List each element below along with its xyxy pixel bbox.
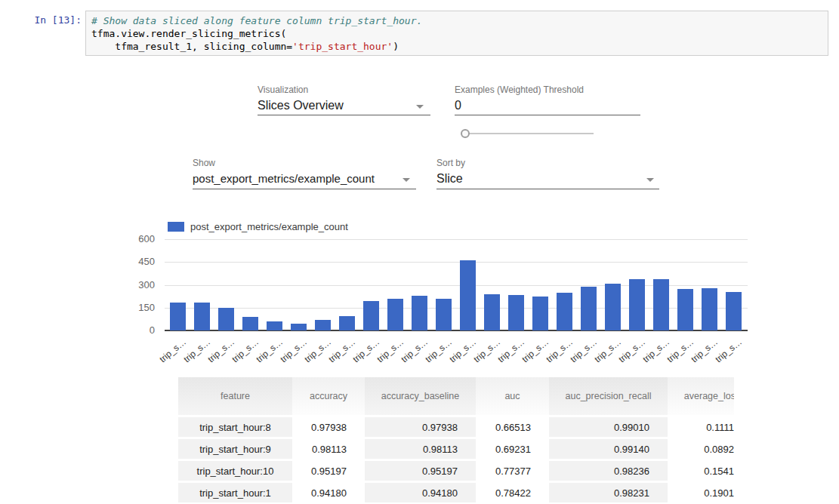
bar-14[interactable] <box>508 295 524 330</box>
bar-12[interactable] <box>460 260 476 330</box>
threshold-label: Examples (Weighted) Threshold <box>455 85 584 95</box>
code-string-literal: 'trip_start_hour' <box>292 41 393 52</box>
column-header-feature[interactable]: feature <box>178 377 292 415</box>
threshold-slider-track[interactable] <box>464 133 594 134</box>
chart-plot-area: trip_s…trip_s…trip_s…trip_s…trip_s…trip_… <box>165 239 748 330</box>
bar-7[interactable] <box>339 316 355 330</box>
threshold-slider-handle[interactable] <box>461 129 470 138</box>
bar-6[interactable] <box>315 320 331 330</box>
chevron-down-icon[interactable] <box>646 178 654 182</box>
table-header-row: featureaccuracyaccuracy_baselineaucauc_p… <box>178 377 734 415</box>
y-tick-label: 300 <box>125 279 155 290</box>
bar-18[interactable] <box>605 284 621 330</box>
metric-cell: 0.1541 <box>668 461 734 481</box>
sort-underline <box>436 189 659 189</box>
y-tick-label: 600 <box>125 233 155 244</box>
bar-19[interactable] <box>629 279 645 330</box>
legend-label: post_export_metrics/example_count <box>190 221 348 232</box>
metric-cell: 0.77377 <box>476 461 549 481</box>
table-row: trip_start_hour:80.979380.979380.665130.… <box>178 417 734 437</box>
metric-cell: 0.1901 <box>668 483 734 502</box>
visualization-value[interactable]: Slices Overview <box>258 99 344 112</box>
feature-cell: trip_start_hour:8 <box>178 417 292 437</box>
metric-cell: 0.95197 <box>292 461 365 481</box>
notebook-output-screen: In [13]: # Show data sliced along featur… <box>0 0 839 504</box>
sort-by-value[interactable]: Slice <box>436 172 463 186</box>
chevron-down-icon[interactable] <box>416 105 424 109</box>
metric-cell: 0.97938 <box>292 417 365 437</box>
column-header-auc[interactable]: auc <box>476 377 549 415</box>
metric-cell: 0.98231 <box>549 483 668 502</box>
sort-by-label: Sort by <box>436 158 465 168</box>
bar-11[interactable] <box>436 299 452 330</box>
visualization-underline <box>258 115 430 115</box>
gridline <box>165 239 748 240</box>
feature-cell: trip_start_hour:1 <box>178 483 292 502</box>
feature-cell: trip_start_hour:10 <box>178 461 292 481</box>
metric-cell: 0.98236 <box>549 461 668 481</box>
table-row: trip_start_hour:10.941800.941800.784220.… <box>178 483 734 502</box>
metric-cell: 0.97938 <box>365 417 476 437</box>
code-line-2: tfma.view.render_slicing_metrics( <box>91 27 822 40</box>
gridline <box>165 262 748 263</box>
bar-3[interactable] <box>242 317 258 330</box>
bar-20[interactable] <box>653 279 669 330</box>
y-tick-label: 450 <box>125 256 155 267</box>
metric-cell: 0.95197 <box>365 461 476 481</box>
bar-2[interactable] <box>218 308 234 330</box>
bar-4[interactable] <box>267 321 282 330</box>
metric-cell: 0.98113 <box>292 439 365 459</box>
threshold-value[interactable]: 0 <box>455 99 461 112</box>
metric-cell: 0.66513 <box>476 417 549 437</box>
table-row: trip_start_hour:90.981130.981130.692310.… <box>178 439 734 459</box>
column-header-average_loss[interactable]: average_loss <box>668 377 734 415</box>
bar-5[interactable] <box>291 324 307 330</box>
column-header-auc_precision_recall[interactable]: auc_precision_recall <box>549 377 668 415</box>
metric-cell: 0.1111 <box>668 417 734 437</box>
metric-cell: 0.99010 <box>549 417 668 437</box>
metric-cell: 0.94180 <box>365 483 476 502</box>
metric-cell: 0.98113 <box>365 439 476 459</box>
bar-0[interactable] <box>170 303 186 331</box>
bar-22[interactable] <box>702 288 717 330</box>
metric-cell: 0.99140 <box>549 439 668 459</box>
y-tick-label: 0 <box>125 324 155 336</box>
cell-input-prompt: In [13]: <box>27 14 82 26</box>
code-comment: # Show data sliced along feature column … <box>91 15 422 26</box>
show-label: Show <box>193 158 215 168</box>
bar-17[interactable] <box>581 287 597 330</box>
bar-15[interactable] <box>532 297 548 330</box>
code-cell-editor[interactable]: # Show data sliced along feature column … <box>85 11 828 56</box>
visualization-label: Visualization <box>258 85 308 95</box>
metric-cell: 0.94180 <box>292 483 365 502</box>
y-tick-label: 150 <box>125 302 155 313</box>
bar-13[interactable] <box>484 294 500 330</box>
column-header-accuracy[interactable]: accuracy <box>292 377 365 415</box>
metric-cell: 0.69231 <box>476 439 549 459</box>
column-header-accuracy_baseline[interactable]: accuracy_baseline <box>365 377 476 415</box>
feature-cell: trip_start_hour:9 <box>178 439 292 459</box>
chevron-down-icon[interactable] <box>403 178 410 182</box>
metric-cell: 0.0892 <box>668 439 734 459</box>
show-metric-value[interactable]: post_export_metrics/example_count <box>193 172 375 185</box>
bar-23[interactable] <box>726 292 742 330</box>
bar-16[interactable] <box>557 293 572 330</box>
legend-swatch <box>168 222 184 232</box>
bar-10[interactable] <box>412 296 427 330</box>
threshold-underline <box>455 115 640 115</box>
bar-1[interactable] <box>194 303 210 331</box>
code-line-3: tfma_result_1, slicing_column='trip_star… <box>91 40 822 53</box>
bar-21[interactable] <box>677 289 693 330</box>
metric-cell: 0.78422 <box>476 483 549 502</box>
show-underline <box>193 189 416 189</box>
table-row: trip_start_hour:100.951970.951970.773770… <box>178 461 734 481</box>
bar-8[interactable] <box>363 301 379 330</box>
metrics-table: featureaccuracyaccuracy_baselineaucauc_p… <box>178 377 734 504</box>
bar-9[interactable] <box>387 299 403 330</box>
